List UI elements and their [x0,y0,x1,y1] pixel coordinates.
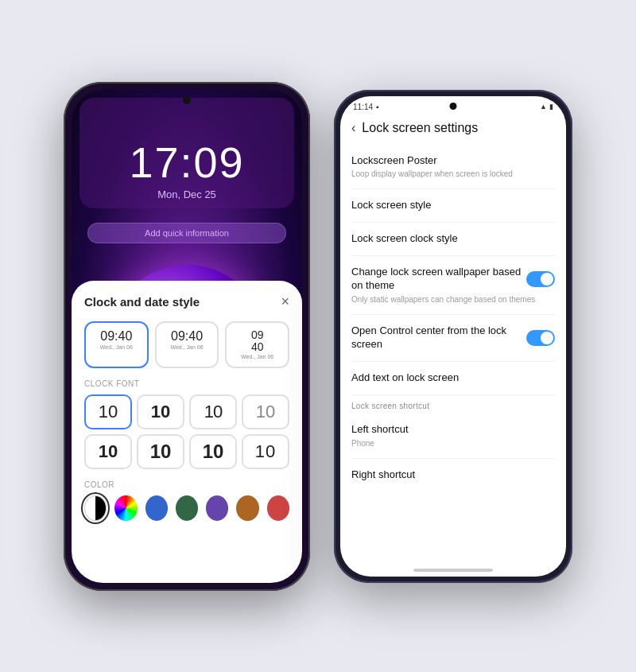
clock-preview-list: 09:40 Wed., Jan 06 09:40 Wed., Jan 06 09… [84,321,289,368]
home-indicator [413,569,493,572]
status-bar-right: ▲ ▮ [540,103,553,111]
setting-main-add-text: Add text on lock screen [351,371,555,385]
clock-preview-2[interactable]: 09:40 Wed., Jan 06 [155,321,219,368]
setting-lock-screen-clock-style[interactable]: Lock screen clock style [351,223,555,256]
setting-name-right-shortcut: Right shortcut [351,468,555,482]
color-label: COLOR [84,480,289,489]
left-phone: 17:09 Mon, Dec 25 Add quick information … [64,82,310,591]
color-swatch-list [84,495,289,521]
signal-icon: ▪ [376,103,379,111]
setting-name-left-shortcut: Left shortcut [351,423,555,437]
setting-lock-screen-style[interactable]: Lock screen style [351,189,555,223]
swatch-brown[interactable] [236,495,258,521]
settings-screen: 11:14 ▪ ▲ ▮ ‹ Lock screen settings [340,96,566,577]
preview-date-3: Wed., Jan 06 [231,354,283,360]
setting-left-shortcut[interactable]: Left shortcut Phone [351,414,555,459]
font-item-7[interactable]: 10 [189,434,237,469]
setting-main-right-shortcut: Right shortcut [351,468,555,482]
lock-date: Mon, Dec 25 [95,188,278,200]
left-phone-screen: 17:09 Mon, Dec 25 Add quick information … [72,90,302,583]
setting-main-change-wallpaper: Change lock screen wallpaper based on th… [351,266,555,293]
swatch-bw[interactable] [84,495,107,521]
sheet-close-button[interactable]: × [281,293,289,310]
setting-right-shortcut[interactable]: Right shortcut [351,459,555,491]
setting-open-control-center[interactable]: Open Control center from the lock screen [351,315,555,362]
font-item-8[interactable]: 10 [242,434,289,469]
swatch-green[interactable] [176,495,198,521]
setting-name-lock-screen-clock-style: Lock screen clock style [351,232,555,246]
setting-lockscreen-poster[interactable]: Lockscreen Poster Loop display wallpaper… [351,145,555,190]
setting-main-lock-screen-style: Lock screen style [351,199,555,212]
toggle-change-wallpaper[interactable] [526,271,555,287]
right-phone-screen: 11:14 ▪ ▲ ▮ ‹ Lock screen settings [340,96,566,577]
sheet-title: Clock and date style [84,295,200,309]
swatch-purple[interactable] [206,495,228,521]
font-item-3[interactable]: 10 [189,394,237,429]
swatch-multicolor[interactable] [114,495,137,521]
front-camera [183,96,191,104]
preview-time-3: 0940 [251,328,264,353]
setting-sub-left-shortcut: Phone [351,438,555,449]
setting-name-lock-screen-style: Lock screen style [351,199,555,212]
setting-sub-lockscreen-poster: Loop display wallpaper when screen is lo… [351,169,555,179]
font-item-6[interactable]: 10 [137,434,184,469]
right-phone: 11:14 ▪ ▲ ▮ ‹ Lock screen settings [334,90,572,583]
sheet-header: Clock and date style × [84,293,289,310]
scene: 17:09 Mon, Dec 25 Add quick information … [0,0,636,672]
preview-date-1: Wed., Jan 06 [91,344,142,350]
setting-name-change-wallpaper: Change lock screen wallpaper based on th… [351,266,526,293]
setting-main-open-control-center: Open Control center from the lock screen [351,324,555,352]
setting-name-lockscreen-poster: Lockscreen Poster [351,154,555,168]
status-bar-left: 11:14 ▪ [353,103,379,111]
clock-preview-3[interactable]: 0940 Wed., Jan 06 [225,321,289,368]
battery-icon: ▮ [549,103,553,111]
setting-main-lockscreen-poster: Lockscreen Poster [351,154,555,168]
font-item-1[interactable]: 10 [84,394,132,429]
settings-header: ‹ Lock screen settings [340,115,566,145]
shortcut-section-label: Lock screen shortcut [351,395,555,414]
font-item-4[interactable]: 10 [242,394,289,429]
setting-name-open-control-center: Open Control center from the lock screen [351,324,526,352]
clock-font-label: CLOCK FONT [84,379,289,388]
right-front-camera [450,103,457,110]
setting-sub-change-wallpaper: Only static wallpapers can change based … [351,294,555,305]
wifi-icon: ▲ [540,103,547,111]
clock-preview-1[interactable]: 09:40 Wed., Jan 06 [84,321,149,368]
clock-style-sheet: Clock and date style × 09:40 Wed., Jan 0… [72,281,302,583]
add-quick-info-button[interactable]: Add quick information [87,223,286,243]
lock-time: 17:09 [95,138,278,187]
preview-time-2: 09:40 [171,329,203,343]
font-item-2[interactable]: 10 [137,394,184,429]
swatch-blue[interactable] [145,495,168,521]
swatch-red[interactable] [267,495,289,521]
toggle-open-control-center[interactable] [526,330,555,346]
font-grid: 10 10 10 10 10 10 10 10 [84,394,289,469]
preview-time-1: 09:40 [100,329,132,343]
preview-date-2: Wed., Jan 06 [161,344,213,350]
settings-page-title: Lock screen settings [362,121,478,135]
lock-screen-top: 17:09 Mon, Dec 25 [80,98,294,208]
setting-name-add-text: Add text on lock screen [351,371,555,385]
setting-main-lock-screen-clock-style: Lock screen clock style [351,232,555,246]
settings-list: Lockscreen Poster Loop display wallpaper… [340,145,566,564]
back-button[interactable]: ‹ [351,121,355,135]
lock-screen-background: 17:09 Mon, Dec 25 Add quick information … [72,90,302,583]
font-item-5[interactable]: 10 [84,434,132,469]
setting-main-left-shortcut: Left shortcut [351,423,555,437]
status-time: 11:14 [353,103,373,111]
setting-add-text[interactable]: Add text on lock screen [351,362,555,395]
setting-change-wallpaper[interactable]: Change lock screen wallpaper based on th… [351,256,555,315]
